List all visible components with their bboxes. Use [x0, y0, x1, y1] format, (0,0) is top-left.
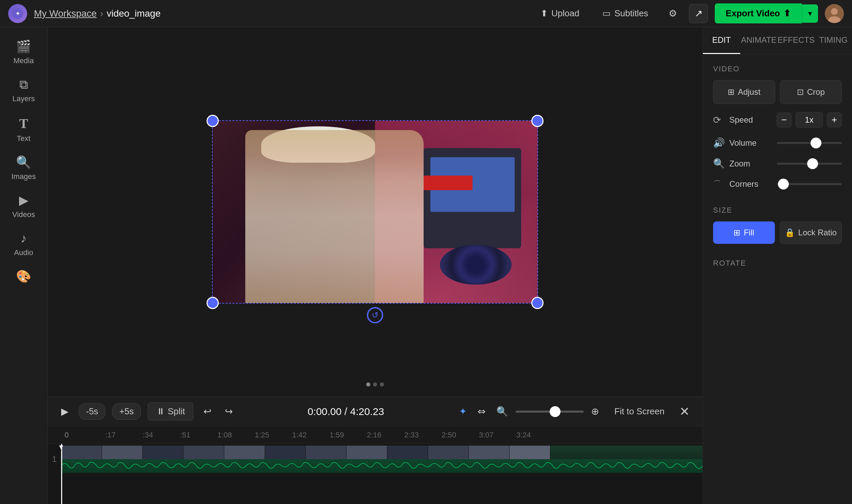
- trim-button[interactable]: ⇔: [474, 402, 489, 420]
- corners-slider-track: [777, 183, 842, 185]
- sidebar-item-videos[interactable]: ▶ Videos: [2, 188, 46, 224]
- videos-icon: ▶: [19, 193, 29, 208]
- volume-slider-thumb[interactable]: [811, 138, 821, 148]
- spark-button[interactable]: ✦: [456, 402, 470, 420]
- playhead[interactable]: [61, 444, 62, 504]
- play-button[interactable]: ▶: [58, 402, 72, 420]
- ruler-mark: 2:50: [442, 431, 456, 439]
- tab-timing[interactable]: TIMING: [815, 27, 852, 54]
- track-row: 1: [48, 444, 703, 474]
- export-button[interactable]: Export Video ⬆: [715, 3, 802, 23]
- video-section: VIDEO ⊞ Adjust ⊡ Crop ⟳ Speed − 1x +: [703, 54, 852, 206]
- zoom-slider-track: [777, 163, 842, 165]
- size-section-label: SIZE: [713, 206, 842, 215]
- workspace-link[interactable]: My Workspace: [34, 8, 97, 19]
- track-thumb: [143, 446, 183, 459]
- close-button[interactable]: ✕: [677, 402, 692, 421]
- crop-icon: ⊡: [797, 87, 804, 97]
- split-icon: ⏸: [156, 406, 165, 417]
- sidebar-item-audio[interactable]: ♪ Audio: [2, 226, 46, 263]
- video-placeholder: [213, 121, 537, 303]
- topbar-actions: ⬆ Upload ▭ Subtitles ⚙ ↗ Export Video ⬆ …: [532, 3, 844, 23]
- minus5-button[interactable]: -5s: [79, 403, 105, 420]
- track-thumbnails: [61, 446, 703, 459]
- color-icon: 🎨: [16, 269, 31, 284]
- track-thumb: [183, 446, 224, 459]
- subtitles-icon: ▭: [602, 8, 611, 19]
- playback-controls: ▶ -5s +5s ⏸ Split ↩ ↪ 0:00.00 / 4:20.23: [48, 397, 703, 426]
- play-icon: ▶: [61, 406, 69, 417]
- subtitles-button[interactable]: ▭ Subtitles: [594, 4, 656, 23]
- upload-button[interactable]: ⬆ Upload: [532, 4, 587, 23]
- sidebar-item-images[interactable]: 🔍 Images: [2, 150, 46, 186]
- left-sidebar: 🎬 Media ⧉ Layers T Text 🔍 Images ▶ Video…: [0, 27, 48, 504]
- zoom-in-icon: ⊕: [591, 406, 599, 417]
- export-icon: ⬆: [783, 8, 791, 19]
- track-number: 1: [48, 454, 61, 464]
- volume-control: [777, 142, 842, 144]
- center-area: ▶ -5s +5s ⏸ Split ↩ ↪ 0:00.00 / 4:20.23: [48, 27, 703, 504]
- sidebar-item-text[interactable]: T Text: [2, 110, 46, 148]
- media-icon: 🎬: [16, 39, 31, 54]
- spark-icon: ✦: [459, 406, 467, 417]
- track-content[interactable]: [61, 446, 703, 473]
- canvas-dot: [366, 382, 370, 386]
- adjust-icon: ⊞: [728, 87, 734, 97]
- breadcrumb: My Workspace › video_image: [34, 8, 161, 19]
- redo-icon: ↪: [225, 406, 233, 417]
- track-thumb: [265, 446, 306, 459]
- volume-icon: 🔊: [713, 137, 729, 148]
- text-icon: T: [19, 115, 28, 131]
- fit-screen-button[interactable]: Fit to Screen: [609, 403, 670, 419]
- project-name: video_image: [107, 8, 161, 19]
- tab-animate[interactable]: ANIMATE: [740, 27, 778, 54]
- time-display: 0:00.00 / 4:20.23: [243, 406, 448, 417]
- volume-label: Volume: [729, 138, 777, 148]
- adjust-button[interactable]: ⊞ Adjust: [713, 80, 775, 104]
- zoom-slider[interactable]: [516, 411, 584, 413]
- tab-edit[interactable]: EDIT: [703, 27, 740, 54]
- speed-control: − 1x +: [777, 112, 842, 128]
- corners-slider-thumb[interactable]: [778, 179, 789, 190]
- track-thumb: [306, 446, 347, 459]
- track-thumb: [347, 446, 387, 459]
- ruler-mark: 3:07: [479, 431, 494, 439]
- sidebar-item-media[interactable]: 🎬 Media: [2, 34, 46, 71]
- zoom-slider-thumb[interactable]: [807, 158, 818, 169]
- app-logo: ✦: [8, 4, 27, 23]
- video-section-label: VIDEO: [713, 65, 842, 73]
- handle-top-right[interactable]: [531, 115, 544, 127]
- crop-button[interactable]: ⊡ Crop: [780, 80, 842, 104]
- layers-icon: ⧉: [19, 77, 28, 92]
- topbar: ✦ My Workspace › video_image ⬆ Upload ▭ …: [0, 0, 852, 27]
- zoom-out-icon: 🔍: [496, 406, 508, 417]
- undo-button[interactable]: ↩: [200, 402, 215, 420]
- ruler-mark: 2:16: [367, 431, 381, 439]
- zoom-row: 🔍 Zoom: [713, 158, 842, 169]
- sidebar-item-layers[interactable]: ⧉ Layers: [2, 72, 46, 109]
- speed-minus-button[interactable]: −: [777, 112, 792, 127]
- rotation-handle[interactable]: [367, 307, 383, 323]
- zoom-in-button[interactable]: ⊕: [588, 402, 602, 420]
- sidebar-item-color[interactable]: 🎨: [2, 264, 46, 289]
- corners-row: ⌒ Corners: [713, 179, 842, 190]
- handle-bottom-left[interactable]: [207, 297, 219, 309]
- settings-button[interactable]: ⚙: [663, 4, 682, 23]
- plus5-button[interactable]: +5s: [112, 403, 141, 420]
- fill-button[interactable]: ⊞ Fill: [713, 221, 775, 244]
- export-dropdown-button[interactable]: ▾: [802, 4, 818, 23]
- lock-ratio-button[interactable]: 🔒 Lock Ratio: [780, 221, 842, 244]
- tab-effects[interactable]: EFFECTS: [778, 27, 815, 54]
- speed-row: ⟳ Speed − 1x +: [713, 112, 842, 128]
- ruler-mark: :51: [180, 431, 191, 439]
- ruler-mark: 1:08: [217, 431, 232, 439]
- redo-button[interactable]: ↪: [221, 402, 236, 420]
- images-icon: 🔍: [16, 155, 31, 169]
- share-button[interactable]: ↗: [689, 4, 708, 23]
- video-canvas[interactable]: [212, 120, 538, 304]
- handle-bottom-right[interactable]: [531, 297, 544, 309]
- zoom-out-button[interactable]: 🔍: [493, 402, 512, 420]
- handle-top-left[interactable]: [207, 115, 219, 127]
- speed-plus-button[interactable]: +: [827, 112, 842, 127]
- split-button[interactable]: ⏸ Split: [148, 402, 194, 420]
